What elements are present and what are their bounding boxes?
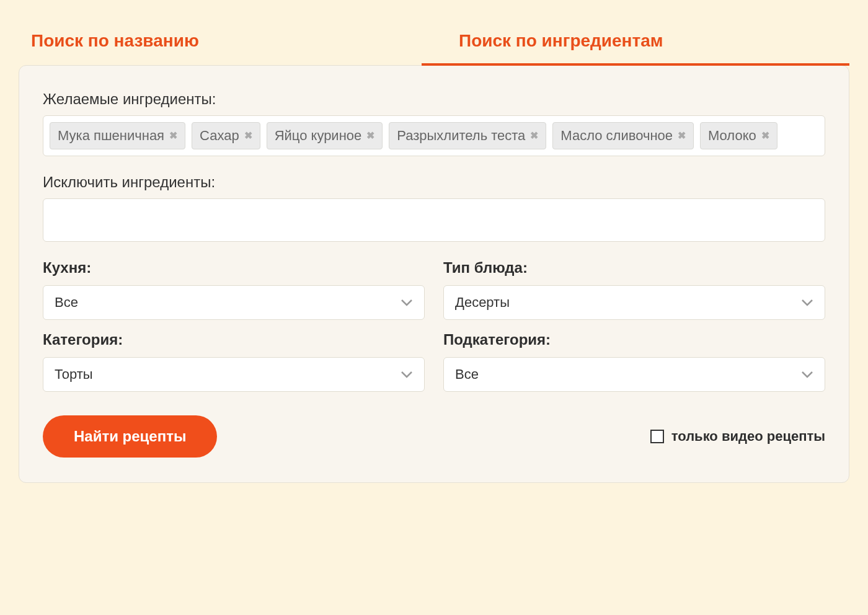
exclude-ingredients-group: Исключить ингредиенты:: [43, 174, 825, 242]
ingredient-tag: Сахар ✖: [192, 122, 260, 149]
chevron-down-icon: [801, 371, 813, 378]
tag-label: Сахар: [200, 128, 239, 144]
ingredient-tag: Разрыхлитель теста ✖: [389, 122, 546, 149]
tag-label: Мука пшеничная: [58, 128, 164, 144]
search-button[interactable]: Найти рецепты: [43, 415, 217, 458]
search-panel: Желаемые ингредиенты: Мука пшеничная ✖ С…: [19, 65, 849, 483]
selects-row-1: Кухня: Все Тип блюда: Десерты: [43, 259, 825, 320]
remove-tag-icon[interactable]: ✖: [366, 131, 374, 141]
remove-tag-icon[interactable]: ✖: [530, 131, 538, 141]
video-only-checkbox-wrap[interactable]: только видео рецепты: [650, 428, 825, 445]
tab-search-by-ingredients[interactable]: Поиск по ингредиентам: [422, 19, 849, 66]
tag-label: Молоко: [708, 128, 756, 144]
category-label: Категория:: [43, 331, 425, 348]
include-ingredients-input[interactable]: Мука пшеничная ✖ Сахар ✖ Яйцо куриное ✖ …: [43, 115, 825, 156]
exclude-ingredients-label: Исключить ингредиенты:: [43, 174, 825, 191]
chevron-down-icon: [401, 299, 413, 306]
selects-row-2: Категория: Торты Подкатегория: Все: [43, 331, 825, 392]
bottom-row: Найти рецепты только видео рецепты: [43, 415, 825, 458]
ingredient-tag: Масло сливочное ✖: [552, 122, 694, 149]
include-ingredients-group: Желаемые ингредиенты: Мука пшеничная ✖ С…: [43, 91, 825, 156]
dish-type-label: Тип блюда:: [443, 259, 825, 277]
include-ingredients-label: Желаемые ингредиенты:: [43, 91, 825, 108]
tag-label: Яйцо куриное: [275, 128, 362, 144]
video-only-label: только видео рецепты: [671, 428, 825, 445]
remove-tag-icon[interactable]: ✖: [169, 131, 177, 141]
video-only-checkbox[interactable]: [650, 430, 664, 443]
subcategory-value: Все: [455, 366, 479, 383]
remove-tag-icon[interactable]: ✖: [244, 131, 252, 141]
dish-type-value: Десерты: [455, 294, 510, 311]
cuisine-label: Кухня:: [43, 259, 425, 277]
exclude-ingredients-input[interactable]: [43, 198, 825, 242]
subcategory-label: Подкатегория:: [443, 331, 825, 348]
remove-tag-icon[interactable]: ✖: [678, 131, 686, 141]
category-value: Торты: [55, 366, 93, 383]
subcategory-col: Подкатегория: Все: [443, 331, 825, 392]
subcategory-select[interactable]: Все: [443, 357, 825, 392]
tab-search-by-name[interactable]: Поиск по названию: [19, 19, 422, 66]
tabs: Поиск по названию Поиск по ингредиентам: [19, 19, 849, 66]
remove-tag-icon[interactable]: ✖: [761, 131, 769, 141]
category-col: Категория: Торты: [43, 331, 425, 392]
tag-label: Разрыхлитель теста: [397, 128, 525, 144]
dish-type-col: Тип блюда: Десерты: [443, 259, 825, 320]
cuisine-col: Кухня: Все: [43, 259, 425, 320]
cuisine-value: Все: [55, 294, 78, 311]
ingredient-tag: Яйцо куриное ✖: [267, 122, 383, 149]
chevron-down-icon: [401, 371, 413, 378]
ingredient-tag: Мука пшеничная ✖: [50, 122, 185, 149]
ingredient-tag: Молоко ✖: [700, 122, 777, 149]
tag-label: Масло сливочное: [560, 128, 673, 144]
cuisine-select[interactable]: Все: [43, 285, 425, 320]
category-select[interactable]: Торты: [43, 357, 425, 392]
search-container: Поиск по названию Поиск по ингредиентам …: [19, 19, 849, 483]
dish-type-select[interactable]: Десерты: [443, 285, 825, 320]
chevron-down-icon: [801, 299, 813, 306]
